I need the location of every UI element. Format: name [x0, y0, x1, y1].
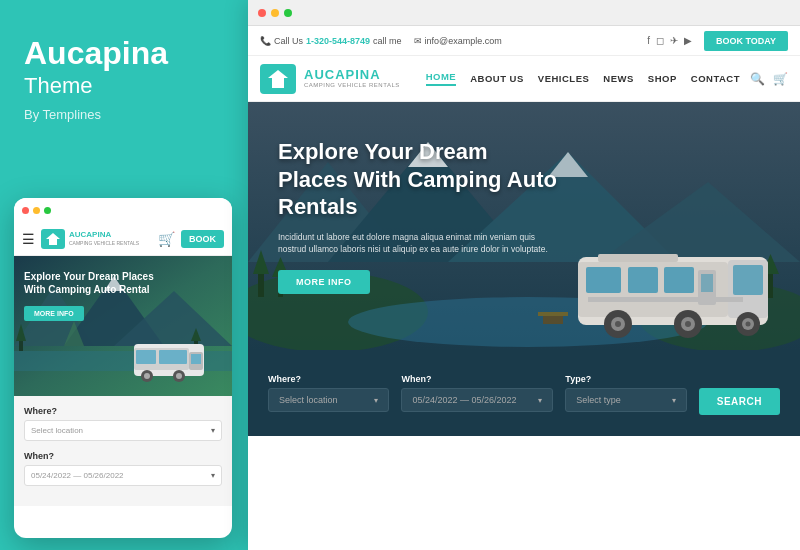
svg-rect-44 [664, 267, 694, 293]
browser-dot-red [258, 9, 266, 17]
nav-contact[interactable]: CONTACT [691, 73, 740, 84]
type-field: Type? Select type ▾ [565, 374, 686, 412]
phone-number[interactable]: 1-320-544-8749 [306, 36, 370, 46]
hero-subtitle: Incididunt ut labore eut dolore magna al… [278, 231, 558, 257]
when-field: When? 05/24/2022 — 05/26/2022 ▾ [401, 374, 553, 412]
mobile-form-area: Where? Select location ▾ When? 05/24/202… [14, 396, 232, 506]
by-text: By Templines [24, 107, 224, 122]
mobile-logo-icon [41, 229, 65, 249]
hero-content: Explore Your Dream Places With Camping A… [278, 138, 558, 294]
svg-rect-58 [598, 254, 678, 262]
search-btn-area: SEARCH [699, 372, 780, 415]
mobile-top-bar [14, 198, 232, 222]
logo-name: AUCAPINA [304, 68, 400, 82]
youtube-icon[interactable]: ▶ [684, 35, 692, 46]
chevron-down-icon-3: ▾ [672, 396, 676, 405]
telegram-icon[interactable]: ✈ [670, 35, 678, 46]
search-bar: Where? Select location ▾ When? 05/24/202… [248, 350, 800, 436]
mobile-logo-tagline: CAMPING VEHICLE RENTALS [69, 240, 139, 246]
mobile-hero: Explore Your Dream Places With Camping A… [14, 256, 232, 396]
chevron-down-icon: ▾ [211, 426, 215, 435]
topbar-email: ✉ info@example.com [414, 36, 502, 46]
svg-rect-46 [733, 265, 763, 295]
nav-home[interactable]: HOME [426, 71, 457, 86]
search-button[interactable]: SEARCH [699, 388, 780, 415]
mobile-dot-green [44, 207, 51, 214]
svg-rect-21 [275, 81, 280, 86]
logo-tagline: CAMPING VEHICLE RENTALS [304, 82, 400, 89]
svg-point-57 [746, 322, 751, 327]
date-select[interactable]: 05/24/2022 — 05/26/2022 ▾ [401, 388, 553, 412]
mobile-dot-red [22, 207, 29, 214]
svg-rect-43 [628, 267, 658, 293]
svg-rect-14 [159, 350, 187, 364]
mobile-more-info-button[interactable]: MORE INFO [24, 306, 84, 321]
svg-rect-60 [538, 312, 568, 316]
nav-news[interactable]: NEWS [603, 73, 634, 84]
svg-point-18 [176, 373, 182, 379]
svg-rect-59 [588, 297, 743, 302]
chevron-down-icon-2: ▾ [538, 396, 542, 405]
location-select[interactable]: Select location ▾ [268, 388, 389, 412]
site-nav: AUCAPINA CAMPING VEHICLE RENTALS HOME AB… [248, 56, 800, 102]
email-icon: ✉ [414, 36, 422, 46]
svg-rect-42 [586, 267, 621, 293]
phone-icon: 📞 [260, 36, 271, 46]
type-select[interactable]: Select type ▾ [565, 388, 686, 412]
cart-icon[interactable]: 🛒 [773, 72, 788, 86]
svg-point-51 [615, 321, 621, 327]
desktop-mockup: 📞 Call Us 1-320-544-8749 call me ✉ info@… [248, 0, 800, 550]
hamburger-icon[interactable]: ☰ [22, 231, 35, 247]
svg-rect-38 [768, 270, 773, 298]
where-field: Where? Select location ▾ [268, 374, 389, 412]
browser-dot-green [284, 9, 292, 17]
cart-icon[interactable]: 🛒 [158, 231, 175, 247]
left-panel: Aucapina Theme By Templines ☰ AUCAPINA C… [0, 0, 248, 550]
mobile-where-label: Where? [24, 406, 222, 416]
facebook-icon[interactable]: f [647, 35, 650, 46]
mobile-logo: AUCAPINA CAMPING VEHICLE RENTALS [41, 229, 152, 249]
svg-point-54 [685, 321, 691, 327]
svg-rect-61 [543, 316, 563, 324]
mobile-when-label: When? [24, 451, 222, 461]
hero-more-info-button[interactable]: MORE INFO [278, 270, 370, 294]
svg-point-16 [144, 373, 150, 379]
svg-rect-13 [136, 350, 156, 364]
nav-vehicles[interactable]: VEHICLES [538, 73, 590, 84]
nav-links: HOME ABOUT US VEHICLES NEWS SHOP CONTACT [420, 71, 740, 86]
hero-title: Explore Your Dream Places With Camping A… [278, 138, 558, 221]
chevron-down-icon-2: ▾ [211, 471, 215, 480]
browser-chrome [248, 0, 800, 26]
svg-rect-48 [701, 274, 713, 292]
mobile-date-select[interactable]: 05/24/2022 — 05/26/2022 ▾ [24, 465, 222, 486]
type-label: Type? [565, 374, 686, 384]
svg-rect-20 [191, 354, 201, 364]
site-hero: Explore Your Dream Places With Camping A… [248, 102, 800, 350]
browser-dot-yellow [271, 9, 279, 17]
mobile-mockup: ☰ AUCAPINA CAMPING VEHICLE RENTALS 🛒 BOO… [14, 198, 232, 538]
logo-icon [260, 64, 296, 94]
mobile-logo-text: AUCAPINA [69, 231, 139, 240]
nav-icons: 🔍 🛒 [750, 72, 788, 86]
mobile-book-button[interactable]: BOOK [181, 230, 224, 248]
topbar-phone: 📞 Call Us 1-320-544-8749 call me [260, 36, 402, 46]
mobile-dot-yellow [33, 207, 40, 214]
nav-shop[interactable]: SHOP [648, 73, 677, 84]
instagram-icon[interactable]: ◻ [656, 35, 664, 46]
search-icon[interactable]: 🔍 [750, 72, 765, 86]
brand-title: Aucapina [24, 36, 224, 71]
topbar-social: f ◻ ✈ ▶ [647, 35, 692, 46]
mobile-nav: ☰ AUCAPINA CAMPING VEHICLE RENTALS 🛒 BOO… [14, 222, 232, 256]
mobile-location-select[interactable]: Select location ▾ [24, 420, 222, 441]
site-logo: AUCAPINA CAMPING VEHICLE RENTALS [260, 64, 400, 94]
mobile-hero-content: Explore Your Dream Places With Camping A… [24, 270, 154, 321]
where-label: Where? [268, 374, 389, 384]
when-label: When? [401, 374, 553, 384]
site-topbar: 📞 Call Us 1-320-544-8749 call me ✉ info@… [248, 26, 800, 56]
book-today-button[interactable]: BOOK TODAY [704, 31, 788, 51]
nav-about[interactable]: ABOUT US [470, 73, 524, 84]
mobile-hero-title: Explore Your Dream Places With Camping A… [24, 270, 154, 296]
chevron-down-icon: ▾ [374, 396, 378, 405]
brand-subtitle: Theme [24, 73, 224, 99]
